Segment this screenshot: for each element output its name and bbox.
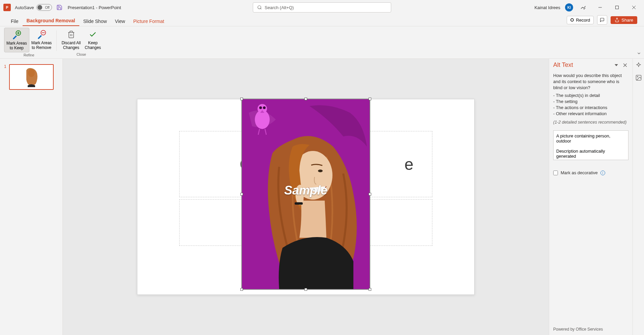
svg-point-0 bbox=[258, 6, 261, 9]
image-background-removal-preview: Sample bbox=[242, 99, 370, 289]
panel-close-button[interactable] bbox=[622, 62, 628, 69]
alt-bullet: The setting bbox=[553, 99, 628, 105]
alt-text-panel: Alt Text How would you describe this obj… bbox=[549, 59, 633, 335]
user-name: Kainat Idrees bbox=[534, 5, 560, 10]
record-button[interactable]: Record bbox=[567, 16, 594, 24]
search-placeholder: Search (Alt+Q) bbox=[265, 5, 294, 10]
tab-background-removal[interactable]: Background Removal bbox=[23, 16, 79, 26]
mark-areas-to-remove-button[interactable]: Mark Areas to Remove bbox=[29, 28, 54, 52]
resize-handle-br[interactable] bbox=[369, 288, 371, 291]
close-button[interactable] bbox=[627, 2, 641, 12]
slide-canvas[interactable]: C e bbox=[63, 59, 549, 335]
mark-areas-to-keep-button[interactable]: Mark Areas to Keep bbox=[4, 28, 29, 52]
right-rail bbox=[633, 59, 644, 335]
resize-handle-r[interactable] bbox=[369, 193, 371, 196]
svg-marker-25 bbox=[615, 64, 618, 66]
refine-group-label: Refine bbox=[24, 52, 34, 58]
selected-image[interactable]: Sample bbox=[242, 99, 370, 289]
slide: C e bbox=[137, 99, 475, 295]
autosave-state: Off bbox=[45, 6, 49, 9]
close-group-label: Close bbox=[77, 52, 86, 58]
keep-changes-button[interactable]: Keep Changes bbox=[83, 28, 103, 52]
alt-text-question: How would you describe this object and i… bbox=[553, 73, 628, 91]
info-icon[interactable]: i bbox=[600, 171, 605, 175]
tab-view[interactable]: View bbox=[111, 17, 129, 26]
record-label: Record bbox=[576, 18, 590, 23]
tab-picture-format[interactable]: Picture Format bbox=[129, 17, 168, 26]
ribbon-group-close: Discard All Changes Keep Changes Close bbox=[58, 28, 104, 58]
slide-thumbnail-1[interactable] bbox=[9, 64, 54, 90]
resize-handle-tl[interactable] bbox=[240, 98, 243, 100]
checkmark-icon bbox=[89, 29, 97, 40]
minimize-button[interactable] bbox=[593, 2, 607, 12]
svg-point-23 bbox=[318, 170, 323, 172]
panel-options-button[interactable] bbox=[613, 62, 620, 69]
alt-text-hint: (1-2 detailed sentences recommended) bbox=[553, 120, 628, 126]
ribbon: Mark Areas to Keep Mark Areas to Remove … bbox=[0, 26, 644, 59]
pencil-minus-icon bbox=[37, 29, 46, 40]
toggle-knob-icon bbox=[37, 5, 42, 10]
ribbon-tabs: File Background Removal Slide Show View … bbox=[0, 15, 644, 26]
discard-all-changes-button[interactable]: Discard All Changes bbox=[59, 28, 83, 52]
document-title: Presentation1 - PowerPoint bbox=[68, 5, 121, 10]
alt-text-input[interactable] bbox=[553, 130, 628, 160]
comments-button[interactable] bbox=[597, 15, 607, 25]
main-area: 1 C e bbox=[0, 59, 644, 335]
keep-label: Keep Changes bbox=[85, 41, 101, 50]
search-input[interactable]: Search (Alt+Q) bbox=[253, 2, 391, 12]
thumb-person-icon bbox=[23, 67, 40, 87]
svg-line-1 bbox=[261, 8, 262, 9]
alt-bullet: The actions or interactions bbox=[553, 105, 628, 111]
autosave-label: AutoSave bbox=[15, 5, 34, 10]
mark-decorative-label: Mark as decorative bbox=[561, 170, 598, 176]
powerpoint-app-icon: P bbox=[3, 4, 11, 11]
mark-remove-label: Mark Areas to Remove bbox=[31, 41, 52, 50]
user-avatar[interactable]: KI bbox=[565, 3, 573, 11]
designer-icon[interactable] bbox=[635, 61, 643, 70]
svg-rect-24 bbox=[295, 202, 303, 205]
title-bar: P AutoSave Off Presentation1 - PowerPoin… bbox=[0, 0, 644, 15]
mark-decorative-row[interactable]: Mark as decorative i bbox=[553, 170, 628, 176]
alt-text-bullet-list: The subject(s) in detail The setting The… bbox=[553, 93, 628, 117]
resize-handle-b[interactable] bbox=[304, 288, 307, 291]
resize-handle-t[interactable] bbox=[304, 98, 307, 100]
search-icon bbox=[257, 5, 262, 10]
alt-text-title: Alt Text bbox=[553, 61, 611, 69]
discard-label: Discard All Changes bbox=[61, 41, 81, 50]
pencil-plus-icon bbox=[12, 29, 21, 40]
maximize-button[interactable] bbox=[610, 2, 624, 12]
mark-keep-label: Mark Areas to Keep bbox=[6, 41, 27, 51]
svg-point-29 bbox=[637, 76, 638, 77]
record-dot-icon bbox=[570, 18, 574, 22]
alt-text-footer: Powered by Office Services bbox=[549, 324, 633, 335]
autosave-toggle[interactable]: Off bbox=[36, 4, 52, 11]
svg-point-18 bbox=[259, 106, 262, 109]
slide-number: 1 bbox=[4, 64, 6, 69]
ink-button[interactable] bbox=[576, 2, 590, 12]
title-partial-right: e bbox=[404, 155, 413, 174]
alt-bullet: The subject(s) in detail bbox=[553, 93, 628, 99]
picture-icon[interactable] bbox=[635, 74, 643, 82]
share-label: Share bbox=[621, 18, 633, 23]
ribbon-separator bbox=[56, 30, 57, 51]
alt-bullet: Other relevant information bbox=[553, 111, 628, 117]
slide-thumbnail-panel: 1 bbox=[0, 59, 63, 335]
mark-decorative-checkbox[interactable] bbox=[553, 171, 558, 175]
trash-icon bbox=[67, 29, 75, 40]
share-button[interactable]: Share bbox=[611, 16, 637, 24]
collapse-ribbon-button[interactable] bbox=[637, 51, 641, 57]
tab-file[interactable]: File bbox=[7, 17, 23, 26]
resize-handle-tr[interactable] bbox=[369, 98, 371, 100]
svg-rect-3 bbox=[616, 6, 619, 9]
tab-slide-show[interactable]: Slide Show bbox=[79, 17, 111, 26]
save-button[interactable] bbox=[56, 4, 63, 11]
svg-point-19 bbox=[263, 106, 266, 109]
resize-handle-l[interactable] bbox=[240, 193, 243, 196]
sample-watermark: Sample bbox=[284, 183, 327, 198]
ribbon-group-refine: Mark Areas to Keep Mark Areas to Remove … bbox=[3, 28, 55, 58]
resize-handle-bl[interactable] bbox=[240, 288, 243, 291]
